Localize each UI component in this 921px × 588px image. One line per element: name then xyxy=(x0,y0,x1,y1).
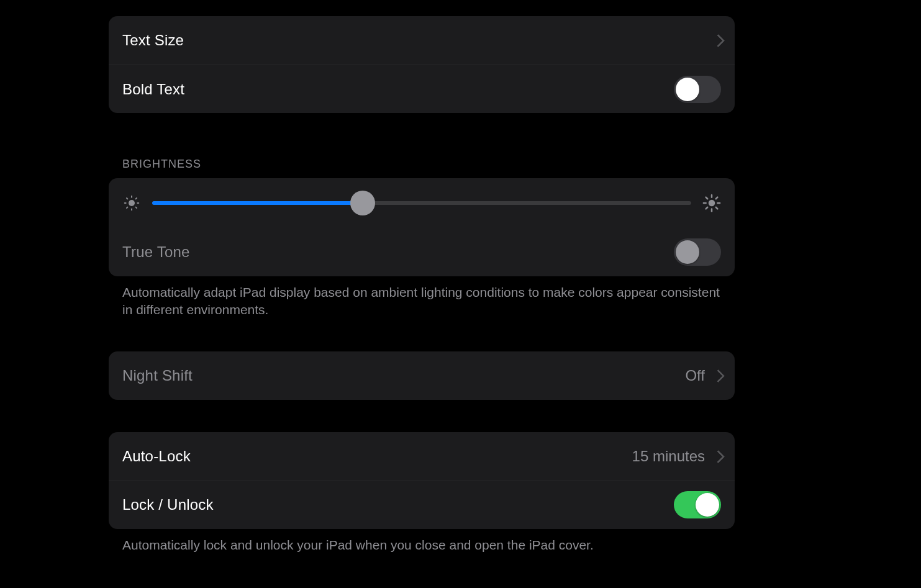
auto-lock-row[interactable]: Auto-Lock 15 minutes xyxy=(109,432,735,481)
true-tone-footer: Automatically adapt iPad display based o… xyxy=(109,276,735,319)
true-tone-toggle[interactable] xyxy=(674,238,721,266)
brightness-slider[interactable] xyxy=(152,201,691,205)
svg-point-0 xyxy=(129,200,135,206)
lock-unlock-footer: Automatically lock and unlock your iPad … xyxy=(109,529,735,554)
true-tone-label: True Tone xyxy=(122,243,190,261)
true-tone-row: True Tone xyxy=(109,228,735,276)
svg-line-5 xyxy=(127,198,127,199)
auto-lock-label: Auto-Lock xyxy=(122,448,191,465)
svg-line-17 xyxy=(716,197,718,199)
chevron-right-icon xyxy=(714,34,721,47)
bold-text-label: Bold Text xyxy=(122,81,184,98)
lock-unlock-row: Lock / Unlock xyxy=(109,481,735,529)
night-shift-label: Night Shift xyxy=(122,367,193,384)
svg-line-16 xyxy=(706,207,708,209)
bold-text-row: Bold Text xyxy=(109,65,735,113)
brightness-slider-row xyxy=(109,178,735,228)
brightness-slider-fill xyxy=(152,201,363,205)
svg-line-8 xyxy=(136,198,137,199)
text-size-label: Text Size xyxy=(122,32,184,49)
night-shift-group: Night Shift Off xyxy=(109,351,735,400)
sun-high-icon xyxy=(702,194,721,212)
auto-lock-value: 15 minutes xyxy=(632,448,705,465)
sun-low-icon xyxy=(122,194,141,212)
lock-unlock-toggle[interactable] xyxy=(674,491,721,518)
brightness-group: True Tone xyxy=(109,178,735,276)
chevron-right-icon xyxy=(714,369,721,382)
night-shift-row[interactable]: Night Shift Off xyxy=(109,351,735,400)
svg-point-9 xyxy=(709,200,715,207)
brightness-slider-thumb[interactable] xyxy=(350,191,375,215)
svg-line-15 xyxy=(716,207,718,209)
lock-unlock-label: Lock / Unlock xyxy=(122,496,214,513)
svg-line-14 xyxy=(706,197,708,199)
svg-line-7 xyxy=(127,207,127,208)
text-group: Text Size Bold Text xyxy=(109,16,735,113)
text-size-row[interactable]: Text Size xyxy=(109,16,735,65)
bold-text-toggle[interactable] xyxy=(674,76,721,103)
night-shift-value: Off xyxy=(685,367,705,384)
brightness-header: BRIGHTNESS xyxy=(109,158,735,178)
svg-line-6 xyxy=(136,207,137,208)
lock-group: Auto-Lock 15 minutes Lock / Unlock xyxy=(109,432,735,529)
chevron-right-icon xyxy=(714,450,721,463)
